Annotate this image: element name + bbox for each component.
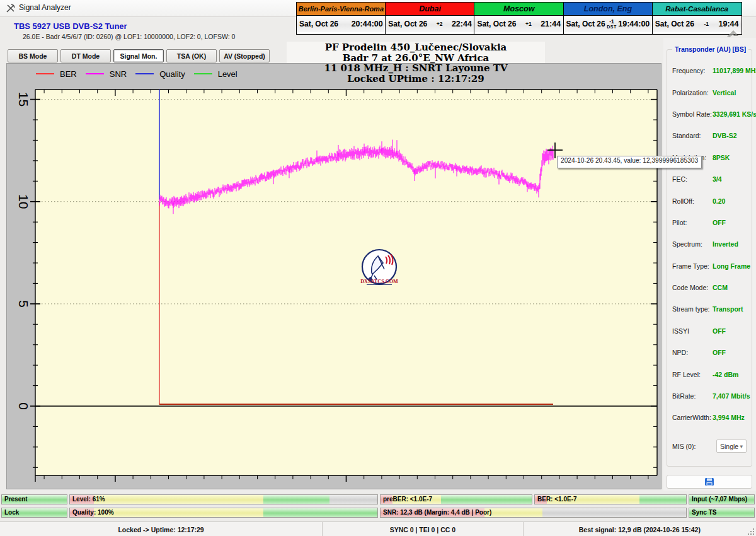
site-header-line4: Locked UPtime : 12:17:29: [290, 74, 541, 84]
resize-grip[interactable]: [747, 528, 755, 535]
svg-text:DXSATCS.COM: DXSATCS.COM: [360, 279, 398, 284]
mis-label: MIS (0):: [672, 443, 713, 450]
window-title: Signal Analyzer: [19, 3, 71, 12]
clock-utc-offset: -1: [609, 19, 614, 25]
chart-value-tooltip: 2024-10-26 20.43.45, value: 12,399999618…: [557, 156, 702, 168]
dxsatcs-logo: DXSATCS.COM: [359, 248, 399, 289]
status-bar: Locked -> Uptime: 12:17:29 SYNC 0 | TEI …: [0, 521, 756, 536]
meter-level: Level: 61%: [69, 494, 378, 504]
row-standard: Standard:DVB-S2: [672, 125, 748, 146]
mis-dropdown[interactable]: Single ▾: [716, 440, 747, 453]
meter-preber: preBER: <1.0E-7: [380, 494, 532, 504]
svg-text:10: 10: [16, 194, 31, 209]
meter-label: Level: 61%: [72, 496, 105, 503]
clock-city: Moscow: [474, 3, 563, 16]
meter-label: SNR: 12,3 dB (Margin: 4,4 dB | Poor): [383, 509, 491, 516]
clock-date: Sat, Oct 26: [655, 20, 694, 28]
meter-sync-ts: Sync TS: [689, 508, 755, 518]
save-disk-icon: [704, 477, 714, 486]
av-button[interactable]: AV (Stopped): [219, 49, 270, 62]
signal-plot[interactable]: 051015: [7, 64, 662, 490]
row-spectrum: Spectrum:Inverted: [672, 233, 748, 255]
tuner-info: 26.0E - Badr 4/5/6/7 (ID: 0260) @ LOF1: …: [23, 33, 235, 40]
site-header-line2: Badr 7 at 26.0°E_NW Africa: [290, 53, 541, 64]
row-polarization: Polarization:Vertical: [672, 81, 748, 103]
clock-utc-offset: +2: [437, 21, 443, 27]
site-header-overlay: PF Prodelin 450_Lučenec/Slovakia Badr 7 …: [287, 42, 545, 84]
clock-city: Berlin-Paris-Vienna-Roma: [297, 3, 386, 16]
clock-time: 21:44: [541, 20, 561, 28]
status-best-signal: Best signal: 12,9 dB (2024-10-26 15:42): [524, 522, 756, 536]
row-npd: NPD:OFF: [672, 342, 748, 363]
row-issyi: ISSYIOFF: [672, 320, 748, 342]
meter-label: Sync TS: [692, 509, 716, 516]
signal-chart-panel: BER SNR Quality Level 051015: [6, 63, 662, 489]
dt-mode-button[interactable]: DT Mode: [60, 49, 111, 62]
bs-mode-button[interactable]: BS Mode: [8, 49, 58, 62]
mode-button-bar: BS Mode DT Mode Signal Mon. TSA (OK) AV …: [8, 49, 270, 62]
clock-date: Sat, Oct 26: [388, 20, 427, 28]
clock-city: London, Eng: [564, 3, 653, 16]
site-header-line1: PF Prodelin 450_Lučenec/Slovakia: [290, 42, 541, 53]
clock-utc-offset: +1: [525, 21, 532, 27]
save-button[interactable]: [667, 475, 752, 489]
meter-present: Present: [1, 494, 67, 504]
status-sync-counters: SYNC 0 | TEI 0 | CC 0: [323, 522, 523, 536]
status-lock-uptime: Locked -> Uptime: 12:17:29: [0, 522, 323, 536]
clock-date: Sat, Oct 26: [566, 20, 605, 28]
chevron-down-icon: ▾: [740, 443, 743, 450]
clock-time: 20:44:00: [352, 20, 383, 28]
meter-quality: Quality: 100%: [69, 508, 378, 518]
clock-city: Dubai: [386, 3, 474, 16]
clock-date: Sat, Oct 26: [477, 20, 516, 28]
meter-label: Lock: [4, 509, 19, 516]
meter-label: Quality: 100%: [72, 509, 114, 516]
meter-label: Input (~7,07 Mbps): [692, 496, 747, 503]
clock-berlin: Berlin-Paris-Vienna-Roma Sat, Oct 26 20:…: [296, 2, 386, 35]
row-frame-type: Frame Type:Long Frame: [672, 255, 748, 277]
row-carrier-width: CarrierWidth:3,994 MHz: [672, 407, 748, 428]
transponder-title: Transponder (AU) [BS]: [672, 45, 748, 53]
world-clocks: Berlin-Paris-Vienna-Roma Sat, Oct 26 20:…: [296, 2, 741, 35]
site-header-line3: 11 018 MHz_H : SNRT Layoune TV: [290, 63, 541, 74]
tsa-button[interactable]: TSA (OK): [166, 49, 217, 62]
row-rf-level: RF Level:-42 dBm: [672, 363, 748, 385]
svg-text:0: 0: [16, 402, 31, 410]
clock-date: Sat, Oct 26: [299, 20, 338, 28]
row-rolloff: RollOff:0.20: [672, 190, 748, 211]
satellite-dish-icon: [724, 28, 741, 38]
svg-text:15: 15: [16, 92, 30, 107]
tuner-name: TBS 5927 USB DVB-S2 Tuner: [14, 21, 127, 31]
meter-label: BER: <1.0E-7: [537, 496, 577, 503]
clock-time: 22:44: [452, 20, 472, 28]
row-fec: FEC:3/4: [672, 168, 748, 190]
transponder-panel: Transponder (AU) [BS] Frequency:11017,89…: [663, 38, 756, 491]
app-icon: [6, 3, 16, 13]
clock-moscow: Moscow Sat, Oct 26 +1 21:44: [474, 2, 564, 35]
clock-dubai: Dubai Sat, Oct 26 +2 22:44: [385, 2, 475, 35]
row-symbol-rate: Symbol Rate:3329,691 KS/s: [672, 103, 748, 125]
clock-london: London, Eng Sat, Oct 26 -1 DST 19:44:00: [563, 2, 653, 35]
clock-city: Rabat-Casablanca: [653, 3, 742, 16]
mis-row: MIS (0): Single ▾: [672, 440, 747, 453]
svg-text:5: 5: [16, 300, 31, 308]
clock-time: 19:44: [719, 20, 739, 28]
meter-snr: SNR: 12,3 dB (Margin: 4,4 dB | Poor): [380, 508, 687, 518]
meter-lock: Lock: [1, 508, 67, 518]
meter-label: preBER: <1.0E-7: [383, 496, 432, 503]
clock-time: 19:44:00: [618, 20, 650, 28]
row-code-mode: Code Mode:CCM: [672, 277, 748, 298]
row-stream-type: Stream type:Transport: [672, 298, 748, 320]
transponder-fieldset: Transponder (AU) [BS] Frequency:11017,89…: [667, 49, 752, 467]
signal-mon-button[interactable]: Signal Mon.: [113, 49, 164, 62]
transponder-rows: Frequency:11017,899 MHz Polarization:Ver…: [672, 60, 748, 429]
row-bitrate: BitRate:7,407 Mbit/s: [672, 385, 748, 407]
clock-utc-offset: -1: [704, 21, 709, 27]
row-frequency: Frequency:11017,899 MHz: [672, 60, 748, 81]
meter-label: Present: [4, 496, 28, 503]
meter-input-7-07-mbps-: Input (~7,07 Mbps): [689, 494, 755, 504]
row-pilot: Pilot:OFF: [672, 212, 748, 233]
meter-ber: BER: <1.0E-7: [534, 494, 687, 504]
clock-dst-note: DST: [607, 25, 617, 29]
